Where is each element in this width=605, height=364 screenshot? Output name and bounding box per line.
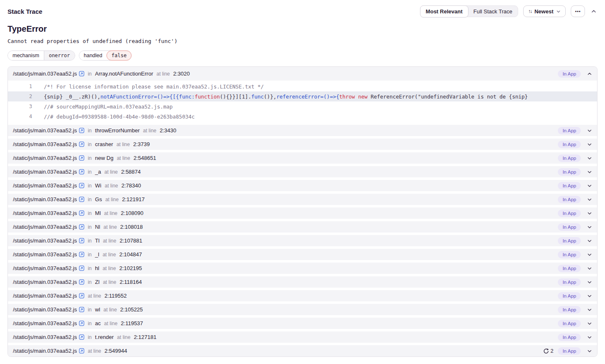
external-link-icon[interactable]	[79, 224, 84, 230]
frame-in-label: in	[88, 128, 91, 134]
frame-chevron-icon[interactable]	[587, 183, 592, 188]
frame-line-number: 2:105225	[120, 306, 143, 313]
frame-file-path: /static/js/main.037eaa52.js	[13, 141, 77, 147]
in-app-badge: In App	[558, 154, 581, 162]
code-line: 4 //# debugId=09389588-100d-4b4e-98d0-e2…	[8, 111, 597, 121]
frame-header-row[interactable]: /static/js/main.037eaa52.js in Nl at lin…	[8, 221, 597, 233]
frame-line-number: 2:104847	[119, 251, 142, 258]
more-options-button[interactable]: •••	[571, 5, 585, 17]
external-link-icon[interactable]	[79, 252, 84, 257]
frame-chevron-icon[interactable]	[587, 252, 592, 257]
frame-in-label: in	[88, 265, 91, 271]
frame-header-row[interactable]: /static/js/main.037eaa52.js in hl at lin…	[8, 263, 597, 274]
frame-header-row[interactable]: /static/js/main.037eaa52.js in Tl at lin…	[8, 235, 597, 246]
frame-header-row[interactable]: /static/js/main.037eaa52.js at line 2:54…	[8, 345, 597, 356]
frame-header-row[interactable]: /static/js/main.037eaa52.js at line 2:11…	[8, 290, 597, 301]
frame-header-row[interactable]: /static/js/main.037eaa52.js in Gs at lin…	[8, 194, 597, 205]
external-link-icon[interactable]	[79, 307, 84, 312]
external-link-icon[interactable]	[79, 348, 84, 354]
external-link-icon[interactable]	[79, 197, 84, 202]
frame-chevron-icon[interactable]	[587, 335, 592, 340]
frame-header-row[interactable]: /static/js/main.037eaa52.js in _a at lin…	[8, 166, 597, 177]
external-link-icon[interactable]	[79, 279, 84, 285]
frame-function-name: Tl	[95, 238, 100, 244]
frame-chevron-icon[interactable]	[587, 321, 592, 326]
external-link-icon[interactable]	[79, 334, 84, 340]
frame-line-number: 2:58874	[121, 169, 141, 175]
frame-chevron-icon[interactable]	[587, 225, 592, 230]
external-link-icon[interactable]	[79, 265, 84, 271]
frame-header-row[interactable]: /static/js/main.037eaa52.js in Ml at lin…	[8, 207, 597, 219]
error-type: TypeError	[8, 24, 597, 34]
frame-chevron-icon[interactable]	[587, 349, 592, 354]
repeat-number: 2	[550, 348, 553, 354]
frame-function-name: crasher	[95, 141, 113, 147]
frame-chevron-icon[interactable]	[587, 128, 592, 133]
frame-in-label: in	[88, 183, 91, 189]
frame-chevron-icon[interactable]	[587, 211, 592, 216]
frame-chevron-icon[interactable]	[587, 169, 592, 174]
frame-chevron-icon[interactable]	[587, 266, 592, 271]
frame-header-row[interactable]: /static/js/main.037eaa52.js in wl at lin…	[8, 304, 597, 315]
stack-frame: /static/js/main.037eaa52.js in Ml at lin…	[8, 207, 597, 219]
frame-file-path: /static/js/main.037eaa52.js	[13, 279, 77, 285]
frame-line-number: 2:78340	[122, 182, 141, 189]
stack-trace-toolbar: Most RelevantFull Stack Trace ↑↓ Newest …	[420, 5, 597, 17]
stack-trace-header: Stack Trace Most RelevantFull Stack Trac…	[8, 0, 597, 17]
frame-chevron-icon[interactable]	[587, 156, 592, 161]
external-link-icon[interactable]	[79, 169, 84, 174]
stack-frame: /static/js/main.037eaa52.js in hl at lin…	[8, 263, 597, 274]
frame-chevron-icon[interactable]	[587, 293, 592, 298]
frame-header-row[interactable]: /static/js/main.037eaa52.js in crasher a…	[8, 139, 597, 150]
frame-in-label: in	[88, 334, 91, 340]
frame-in-label: in	[88, 197, 91, 202]
frame-function-name: _a	[95, 169, 101, 175]
frame-line-number: 2:102195	[119, 265, 142, 271]
frame-chevron-icon[interactable]	[587, 238, 592, 243]
frame-file-path: /static/js/main.037eaa52.js	[13, 320, 77, 326]
frame-chevron-icon[interactable]	[587, 197, 592, 202]
external-link-icon[interactable]	[79, 183, 84, 188]
frame-header-row[interactable]: /static/js/main.037eaa52.js in t.render …	[8, 331, 597, 343]
tag-value: false	[106, 51, 132, 61]
frame-in-label: in	[88, 321, 91, 326]
external-link-icon[interactable]	[79, 71, 84, 76]
external-link-icon[interactable]	[79, 142, 84, 147]
view-toggle-segment[interactable]: Most Relevant	[420, 5, 468, 18]
external-link-icon[interactable]	[79, 321, 84, 326]
frame-header-row[interactable]: /static/js/main.037eaa52.js in Wi at lin…	[8, 180, 597, 191]
collapse-section-button[interactable]	[590, 8, 597, 14]
frame-line-number: 2:118164	[119, 279, 142, 285]
tag-pill: mechanism onerror	[8, 51, 75, 61]
external-link-icon[interactable]	[79, 128, 84, 133]
frame-file-path: /static/js/main.037eaa52.js	[13, 182, 77, 189]
code-line-content: /*! For license information please see m…	[32, 83, 264, 90]
frame-header-row[interactable]: /static/js/main.037eaa52.js in ac at lin…	[8, 318, 597, 329]
frame-header-row[interactable]: /static/js/main.037eaa52.js in Array.not…	[8, 67, 597, 81]
frame-header-row[interactable]: /static/js/main.037eaa52.js in throwErro…	[8, 125, 597, 136]
frame-chevron-icon[interactable]	[587, 142, 592, 147]
frame-line-number: 2:3739	[133, 141, 150, 147]
stack-frame: /static/js/main.037eaa52.js in ac at lin…	[8, 318, 597, 329]
tag-list: mechanism onerror handled false	[8, 51, 597, 61]
frame-at-line-label: at line	[105, 183, 118, 189]
frame-chevron-icon[interactable]	[587, 71, 592, 76]
stack-frame: /static/js/main.037eaa52.js in Gs at lin…	[8, 194, 597, 205]
code-line-number: 2	[8, 94, 32, 99]
frame-line-number: 2:3020	[173, 71, 190, 77]
external-link-icon[interactable]	[79, 210, 84, 216]
frame-header-row[interactable]: /static/js/main.037eaa52.js in Zl at lin…	[8, 276, 597, 288]
code-line-number: 4	[8, 114, 32, 119]
stack-frame: /static/js/main.037eaa52.js in crasher a…	[8, 139, 597, 150]
frame-header-row[interactable]: /static/js/main.037eaa52.js in new Dg at…	[8, 152, 597, 164]
sort-button[interactable]: ↑↓ Newest	[523, 5, 566, 17]
external-link-icon[interactable]	[79, 238, 84, 243]
view-toggle-segment[interactable]: Full Stack Trace	[468, 6, 518, 17]
frame-function-name: Wi	[95, 182, 101, 189]
external-link-icon[interactable]	[79, 155, 84, 161]
frame-chevron-icon[interactable]	[587, 307, 592, 312]
frame-chevron-icon[interactable]	[587, 280, 592, 285]
external-link-icon[interactable]	[79, 293, 84, 298]
frame-header-row[interactable]: /static/js/main.037eaa52.js in _l at lin…	[8, 249, 597, 260]
frame-function-name: Nl	[95, 224, 100, 230]
